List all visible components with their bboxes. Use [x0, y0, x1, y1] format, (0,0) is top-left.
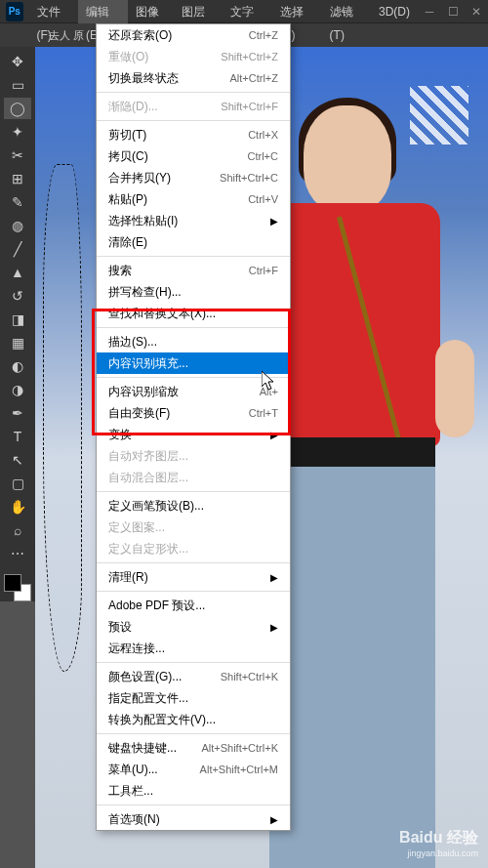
eraser-tool-icon[interactable]: ◨ [4, 309, 31, 330]
menu-item[interactable]: 拼写检查(H)... [97, 281, 290, 303]
menu-separator [97, 662, 290, 663]
maximize-icon[interactable]: ☐ [441, 3, 465, 21]
eyedropper-tool-icon[interactable]: ✎ [4, 191, 31, 213]
menu-item[interactable]: 预设▶ [97, 616, 290, 638]
menu-select[interactable]: 选择(S) [272, 0, 322, 23]
menubar: Ps 文件(F) 编辑(E) 图像(I) 图层(L) 文字(Y) 选择(S) 滤… [0, 0, 488, 23]
menu-item[interactable]: 内容识别填充... [97, 352, 290, 374]
menu-item-label: 描边(S)... [108, 334, 157, 351]
brush-tool-icon[interactable]: ╱ [4, 238, 31, 260]
menu-item: 定义自定形状... [97, 538, 290, 559]
menu-item-shortcut: Shift+Ctrl+C [220, 172, 278, 184]
menu-item[interactable]: 变换▶ [97, 424, 290, 445]
menu-item: 重做(O)Shift+Ctrl+Z [97, 46, 290, 67]
history-brush-tool-icon[interactable]: ↺ [4, 285, 31, 307]
menu-item[interactable]: 切换最终状态Alt+Ctrl+Z [97, 67, 290, 89]
menu-item[interactable]: 内容识别缩放Alt+ [97, 381, 290, 402]
menu-item-label: 颜色设置(G)... [108, 669, 182, 685]
marquee-tool-icon[interactable]: ▭ [4, 74, 31, 96]
type-tool-icon[interactable]: T [4, 426, 31, 447]
menu-separator [97, 92, 290, 93]
blur-tool-icon[interactable]: ◐ [4, 355, 31, 377]
menu-item-label: 合并拷贝(Y) [108, 170, 171, 186]
lasso-tool-icon[interactable]: ◯ [4, 98, 31, 119]
menu-item-label: 定义图案... [108, 519, 165, 536]
menu-item[interactable]: 首选项(N)▶ [97, 808, 290, 830]
more-tools-icon[interactable]: ⋯ [4, 543, 31, 564]
menu-item[interactable]: 指定配置文件... [97, 687, 290, 709]
menu-image[interactable]: 图像(I) [128, 0, 174, 23]
menu-item[interactable]: 剪切(T)Ctrl+X [97, 124, 290, 145]
menu-filter[interactable]: 滤镜(T) [322, 0, 371, 23]
menu-item[interactable]: 粘贴(P)Ctrl+V [97, 188, 290, 210]
menu-item: 自动混合图层... [97, 467, 290, 488]
frame-tool-icon[interactable]: ⊞ [4, 168, 31, 189]
menu-item[interactable]: 搜索Ctrl+F [97, 260, 290, 281]
menu-item-shortcut: Shift+Ctrl+K [221, 671, 278, 682]
menu-separator [97, 562, 290, 563]
menu-item-label: 转换为配置文件(V)... [108, 712, 216, 728]
menu-separator [97, 805, 290, 806]
document-tab[interactable]: 去人 原 [39, 28, 94, 43]
menu-file[interactable]: 文件(F) [29, 0, 78, 23]
lasso-selection [43, 164, 82, 672]
menu-item[interactable]: 选择性粘贴(I)▶ [97, 210, 290, 231]
menu-item[interactable]: 描边(S)... [97, 331, 290, 352]
stamp-tool-icon[interactable]: ▲ [4, 262, 31, 283]
menu-item-label: 查找和替换文本(X)... [108, 306, 216, 322]
menu-item-label: 内容识别填充... [108, 355, 188, 372]
path-select-tool-icon[interactable]: ↖ [4, 449, 31, 471]
menu-item[interactable]: 查找和替换文本(X)... [97, 303, 290, 324]
quick-select-tool-icon[interactable]: ✦ [4, 121, 31, 143]
menu-item-shortcut: Shift+Ctrl+F [221, 101, 278, 112]
menu-item-label: 预设 [108, 619, 132, 636]
menu-3d[interactable]: 3D(D) [371, 0, 418, 23]
menu-item[interactable]: 键盘快捷键...Alt+Shift+Ctrl+K [97, 737, 290, 759]
menu-separator [97, 256, 290, 257]
menu-item-label: 切换最终状态 [108, 70, 179, 87]
menu-item[interactable]: 合并拷贝(Y)Shift+Ctrl+C [97, 167, 290, 188]
foreground-color[interactable] [4, 574, 21, 592]
watermark-url: jingyan.baidu.com [399, 848, 478, 858]
gradient-tool-icon[interactable]: ▦ [4, 332, 31, 353]
menu-item-shortcut: Shift+Ctrl+Z [221, 51, 278, 62]
close-icon[interactable]: ✕ [465, 3, 488, 21]
submenu-arrow-icon: ▶ [270, 430, 278, 440]
menu-edit[interactable]: 编辑(E) [78, 0, 128, 23]
menu-item[interactable]: 工具栏... [97, 780, 290, 802]
menu-item[interactable]: 定义画笔预设(B)... [97, 495, 290, 517]
menu-item-label: 内容识别缩放 [108, 384, 179, 400]
zoom-tool-icon[interactable]: ⌕ [4, 519, 31, 541]
menu-separator [97, 733, 290, 734]
menu-item-label: 工具栏... [108, 783, 153, 800]
menu-item-label: 远程连接... [108, 641, 165, 657]
menu-item-shortcut: Ctrl+F [249, 265, 278, 276]
menu-item[interactable]: 颜色设置(G)...Shift+Ctrl+K [97, 666, 290, 687]
hand-tool-icon[interactable]: ✋ [4, 496, 31, 517]
dodge-tool-icon[interactable]: ◑ [4, 379, 31, 400]
menu-item[interactable]: 转换为配置文件(V)... [97, 709, 290, 730]
watermark: Baidu 经验 jingyan.baidu.com [399, 828, 478, 858]
menu-item[interactable]: 远程连接... [97, 638, 290, 659]
menu-layer[interactable]: 图层(L) [174, 0, 223, 23]
healing-tool-icon[interactable]: ◍ [4, 215, 31, 236]
menu-item: 定义图案... [97, 517, 290, 538]
menu-item[interactable]: Adobe PDF 预设... [97, 595, 290, 616]
crop-tool-icon[interactable]: ✂ [4, 145, 31, 166]
menu-text[interactable]: 文字(Y) [223, 0, 272, 23]
menu-item[interactable]: 拷贝(C)Ctrl+C [97, 145, 290, 167]
menu-item-shortcut: Ctrl+Z [249, 29, 278, 41]
minimize-icon[interactable]: ─ [418, 3, 441, 21]
move-tool-icon[interactable]: ✥ [4, 51, 31, 72]
menu-item[interactable]: 清除(E) [97, 231, 290, 253]
shape-tool-icon[interactable]: ▢ [4, 473, 31, 494]
menu-item[interactable]: 清理(R)▶ [97, 566, 290, 588]
edit-menu-dropdown: 还原套索(O)Ctrl+Z重做(O)Shift+Ctrl+Z切换最终状态Alt+… [96, 23, 291, 831]
menu-item[interactable]: 还原套索(O)Ctrl+Z [97, 24, 290, 46]
menu-item-label: 渐隐(D)... [108, 99, 158, 115]
menu-item[interactable]: 自由变换(F)Ctrl+T [97, 402, 290, 424]
color-swatch[interactable] [4, 574, 31, 601]
menu-item[interactable]: 菜单(U)...Alt+Shift+Ctrl+M [97, 759, 290, 780]
pen-tool-icon[interactable]: ✒ [4, 402, 31, 424]
menu-item-label: 键盘快捷键... [108, 740, 177, 757]
